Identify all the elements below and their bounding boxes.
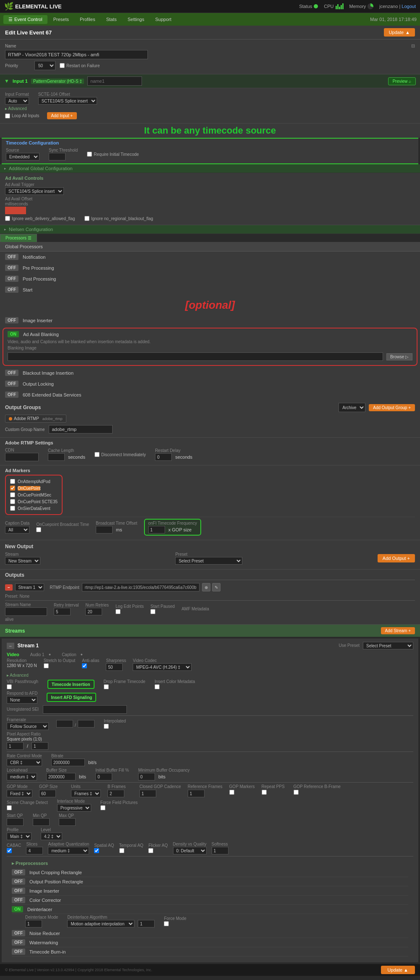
browse-button[interactable]: Browse ▷ [386,353,412,360]
nav-item-support[interactable]: Support [150,15,176,24]
scene-change-checkbox[interactable] [7,805,12,810]
lookahead-select[interactable]: medium ‡ [7,773,37,780]
ad-avail-offset-input[interactable] [5,207,26,214]
output-position-toggle[interactable]: OFF [12,878,25,885]
ignore-flag1-checkbox[interactable] [5,216,10,221]
rtmp-endpoint-input[interactable] [82,583,200,591]
add-output-button[interactable]: Add Output + [378,554,415,562]
disconnect-immediately-checkbox[interactable] [94,452,100,457]
anti-alias-checkbox[interactable] [82,663,87,668]
vbi-passthrough-checkbox[interactable] [7,684,12,689]
initial-buffer-input[interactable] [95,773,112,780]
logout-link[interactable]: Logout [402,4,416,9]
marker-OnAttemptAdPod-checkbox[interactable] [10,479,15,484]
stream-name-input[interactable] [5,607,47,616]
custom-group-name-input[interactable] [49,425,113,434]
spatial-aq-checkbox[interactable] [94,848,99,853]
marker-OnSierDataEvent-checkbox[interactable] [10,506,15,511]
marker-OnCuePointMSec-checkbox[interactable] [10,492,15,497]
blackout-image-toggle[interactable]: OFF [5,370,18,376]
buffer-size-input[interactable] [46,773,76,780]
deinterlace-mode-input[interactable] [25,920,42,927]
input-collapse-icon[interactable]: ▼ [4,78,9,84]
nav-item-profiles[interactable]: Profiles [75,15,100,24]
cache-length-input[interactable] [48,453,65,461]
softness-input[interactable] [212,847,228,854]
marker-OnCuePoint-SCTE35-checkbox[interactable] [10,499,15,504]
caption-data-select[interactable]: All [5,526,29,533]
nielsen-config-header[interactable]: ▸ Nielsen Configuration [0,225,420,234]
framerate-den-input[interactable] [78,720,94,728]
timecode-burnin-toggle[interactable]: OFF [12,948,25,955]
preview-button[interactable]: Preview ⌕ [388,77,416,85]
repeat-pps-checkbox[interactable] [262,790,267,795]
add-output-group-button[interactable]: Add Output Group + [369,404,415,411]
broadcast-time-input[interactable] [96,526,113,533]
nav-item-stats[interactable]: Stats [101,15,122,24]
timecode-freq-input[interactable] [148,526,165,533]
preproc-image-inserter-toggle[interactable]: OFF [12,888,25,894]
deinterlace-algo-select[interactable]: Motion adaptive interpolation [67,920,134,927]
output-stream-remove[interactable]: – [5,584,13,591]
input-format-select[interactable]: Auto [5,97,29,105]
loop-all-inputs-checkbox[interactable] [5,113,10,118]
flicker-aq-checkbox[interactable] [148,848,153,853]
image-inserter-toggle[interactable]: OFF [5,317,18,323]
restart-delay-input[interactable] [155,453,172,461]
ad-avail-trigger-select[interactable]: SCTE104/S Splice insert [5,187,64,195]
endpoint-copy-icon[interactable]: ⊕ [202,583,210,591]
b-frames-input[interactable] [108,790,124,797]
reference-frames-input[interactable] [188,790,205,797]
rate-control-select[interactable]: CBR ‡ [7,759,42,766]
force-mode-checkbox[interactable] [164,921,169,926]
num-retries-input[interactable] [85,608,102,615]
deinterlacer-toggle[interactable]: ON [12,906,23,912]
closed-gop-input[interactable] [139,790,156,797]
stream-1-preset-select[interactable]: Select Preset [363,642,413,649]
gop-units-select[interactable]: Frames ‡ [71,790,101,797]
insert-afd-button[interactable]: Insert AFD Signaling [47,693,96,702]
output-stream-select[interactable]: Stream 1 [15,583,44,591]
temporal-aq-checkbox[interactable] [119,848,124,853]
insert-color-checkbox[interactable] [155,684,160,689]
nav-item-event-control[interactable]: ☰ Event Control [3,15,47,24]
input-crop-toggle[interactable]: OFF [12,869,25,875]
endpoint-edit-icon[interactable]: ✎ [212,583,220,591]
watermarking-toggle[interactable]: OFF [12,939,25,946]
deinterlace-algo-num[interactable] [138,920,155,927]
start-qp-input[interactable] [7,818,24,826]
interpolated-checkbox[interactable] [104,724,109,729]
interlace-select[interactable]: Progressive [57,804,91,812]
adaptive-quant-select[interactable]: medium ‡ [48,847,89,854]
density-quality-select[interactable]: 0: Default [173,847,207,854]
noise-reducer-toggle[interactable]: OFF [12,930,25,936]
marker-OnCuePoint-checkbox[interactable] [10,486,15,491]
gop-markers-checkbox[interactable] [229,790,234,795]
timecode-insertion-button[interactable]: Timecode Insertion [47,680,94,689]
advanced-expand[interactable]: ▸ Advanced [7,673,29,678]
pixel-aspect-w-input[interactable] [7,742,24,750]
start-toggle[interactable]: OFF [5,286,18,293]
restart-on-failure-checkbox[interactable] [60,63,65,68]
notification-toggle[interactable]: OFF [5,254,18,260]
ad-avail-blanking-toggle[interactable]: ON [8,331,19,337]
gop-size-input[interactable] [39,790,56,797]
log-edit-points-checkbox[interactable] [116,609,121,614]
bitrate-input[interactable] [51,759,85,766]
video-codec-select[interactable]: MPEG-4 AVC (H.264) ‡ [133,663,192,671]
retry-interval-input[interactable] [54,608,71,615]
priority-select[interactable]: 50 [34,61,55,70]
framerate-select[interactable]: Follow Source [7,723,49,730]
output-locking-toggle[interactable]: OFF [5,381,18,387]
sync-threshold-input[interactable] [49,153,66,160]
608-extended-toggle[interactable]: OFF [5,391,18,398]
input-name-field[interactable] [87,76,142,86]
stretch-output-checkbox[interactable] [44,663,49,668]
min-buffer-input[interactable] [138,773,155,780]
add-stream-button[interactable]: Add Stream + [381,627,415,634]
slices-input[interactable] [26,847,43,854]
oncuepoint-broadcast-checkbox[interactable] [36,527,41,532]
stream-1-collapse-button[interactable]: – [7,643,14,649]
start-paused-checkbox[interactable] [150,609,155,614]
max-qp-input[interactable] [59,818,76,826]
